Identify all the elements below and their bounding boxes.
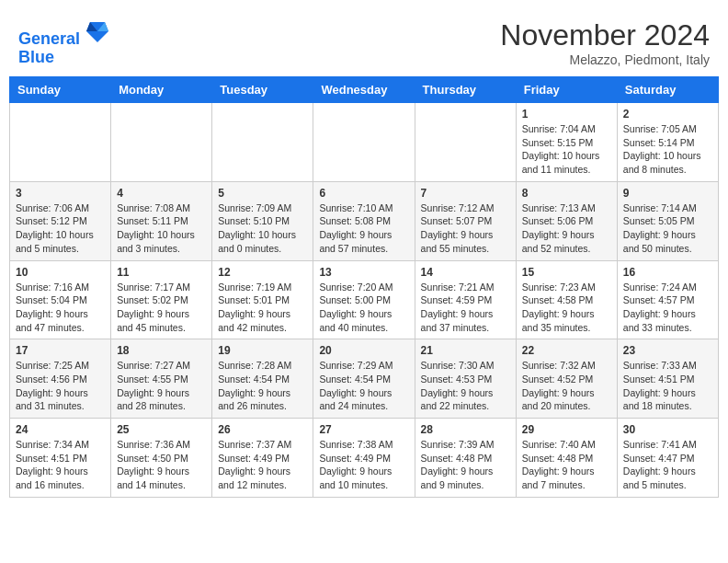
day-info: Sunrise: 7:19 AMSunset: 5:01 PMDaylight:… <box>218 281 307 335</box>
calendar-cell: 9Sunrise: 7:14 AMSunset: 5:05 PMDaylight… <box>617 181 718 260</box>
calendar-cell: 24Sunrise: 7:34 AMSunset: 4:51 PMDayligh… <box>10 419 111 498</box>
calendar-week-row: 17Sunrise: 7:25 AMSunset: 4:56 PMDayligh… <box>10 339 719 419</box>
day-info: Sunrise: 7:12 AMSunset: 5:07 PMDaylight:… <box>421 201 510 256</box>
logo-text: General <box>18 18 108 49</box>
calendar-cell <box>313 103 415 182</box>
calendar-week-row: 10Sunrise: 7:16 AMSunset: 5:04 PMDayligh… <box>10 260 719 339</box>
day-number: 16 <box>623 266 712 279</box>
day-info: Sunrise: 7:17 AMSunset: 5:02 PMDaylight:… <box>117 281 206 335</box>
day-number: 24 <box>16 423 105 436</box>
calendar-cell: 10Sunrise: 7:16 AMSunset: 5:04 PMDayligh… <box>10 260 111 339</box>
calendar-cell: 25Sunrise: 7:36 AMSunset: 4:50 PMDayligh… <box>111 419 212 498</box>
day-number: 13 <box>319 266 408 279</box>
title-block: November 2024 Melazzo, Piedmont, Italy <box>500 18 710 67</box>
calendar-cell: 12Sunrise: 7:19 AMSunset: 5:01 PMDayligh… <box>212 260 313 339</box>
day-info: Sunrise: 7:29 AMSunset: 4:54 PMDaylight:… <box>319 359 408 413</box>
calendar-cell: 1Sunrise: 7:04 AMSunset: 5:15 PMDaylight… <box>516 103 617 182</box>
calendar-cell: 4Sunrise: 7:08 AMSunset: 5:11 PMDaylight… <box>111 181 212 260</box>
day-number: 11 <box>117 266 206 279</box>
day-info: Sunrise: 7:05 AMSunset: 5:14 PMDaylight:… <box>623 122 712 177</box>
calendar-week-row: 3Sunrise: 7:06 AMSunset: 5:12 PMDaylight… <box>10 181 719 260</box>
day-info: Sunrise: 7:14 AMSunset: 5:05 PMDaylight:… <box>623 201 712 256</box>
day-info: Sunrise: 7:21 AMSunset: 4:59 PMDaylight:… <box>421 281 510 335</box>
day-number: 12 <box>218 266 307 279</box>
day-info: Sunrise: 7:28 AMSunset: 4:54 PMDaylight:… <box>218 359 307 413</box>
calendar-cell: 28Sunrise: 7:39 AMSunset: 4:48 PMDayligh… <box>415 419 516 498</box>
day-info: Sunrise: 7:24 AMSunset: 4:57 PMDaylight:… <box>623 281 712 335</box>
day-info: Sunrise: 7:16 AMSunset: 5:04 PMDaylight:… <box>16 281 105 335</box>
day-number: 20 <box>319 344 408 357</box>
day-number: 14 <box>421 266 510 279</box>
calendar-cell: 16Sunrise: 7:24 AMSunset: 4:57 PMDayligh… <box>617 260 718 339</box>
day-info: Sunrise: 7:32 AMSunset: 4:52 PMDaylight:… <box>522 359 611 413</box>
calendar-cell: 6Sunrise: 7:10 AMSunset: 5:08 PMDaylight… <box>313 181 415 260</box>
calendar-cell: 20Sunrise: 7:29 AMSunset: 4:54 PMDayligh… <box>313 339 415 419</box>
calendar-cell: 30Sunrise: 7:41 AMSunset: 4:47 PMDayligh… <box>617 419 718 498</box>
weekday-header: Wednesday <box>313 77 415 103</box>
weekday-header-row: SundayMondayTuesdayWednesdayThursdayFrid… <box>10 77 719 103</box>
calendar-cell: 14Sunrise: 7:21 AMSunset: 4:59 PMDayligh… <box>415 260 516 339</box>
day-number: 6 <box>319 187 408 200</box>
day-info: Sunrise: 7:04 AMSunset: 5:15 PMDaylight:… <box>522 122 611 177</box>
calendar-cell: 3Sunrise: 7:06 AMSunset: 5:12 PMDaylight… <box>10 181 111 260</box>
day-number: 3 <box>16 187 105 200</box>
day-number: 7 <box>421 187 510 200</box>
day-number: 23 <box>623 344 712 357</box>
calendar-cell: 26Sunrise: 7:37 AMSunset: 4:49 PMDayligh… <box>212 419 313 498</box>
day-info: Sunrise: 7:33 AMSunset: 4:51 PMDaylight:… <box>623 359 712 413</box>
page-header: General Blue November 2024 Melazzo, Pied… <box>9 9 719 72</box>
location: Melazzo, Piedmont, Italy <box>500 52 710 67</box>
calendar-week-row: 1Sunrise: 7:04 AMSunset: 5:15 PMDaylight… <box>10 103 719 182</box>
day-number: 9 <box>623 187 712 200</box>
calendar-cell <box>111 103 212 182</box>
weekday-header: Friday <box>516 77 617 103</box>
calendar-cell: 17Sunrise: 7:25 AMSunset: 4:56 PMDayligh… <box>10 339 111 419</box>
calendar-cell: 27Sunrise: 7:38 AMSunset: 4:49 PMDayligh… <box>313 419 415 498</box>
day-number: 27 <box>319 423 408 436</box>
calendar-cell: 15Sunrise: 7:23 AMSunset: 4:58 PMDayligh… <box>516 260 617 339</box>
day-number: 8 <box>522 187 611 200</box>
day-number: 17 <box>16 344 105 357</box>
calendar-cell: 11Sunrise: 7:17 AMSunset: 5:02 PMDayligh… <box>111 260 212 339</box>
day-number: 28 <box>421 423 510 436</box>
calendar-cell <box>212 103 313 182</box>
day-info: Sunrise: 7:37 AMSunset: 4:49 PMDaylight:… <box>218 438 307 492</box>
calendar-cell: 18Sunrise: 7:27 AMSunset: 4:55 PMDayligh… <box>111 339 212 419</box>
day-number: 19 <box>218 344 307 357</box>
calendar-cell <box>415 103 516 182</box>
weekday-header: Saturday <box>617 77 718 103</box>
calendar-cell: 23Sunrise: 7:33 AMSunset: 4:51 PMDayligh… <box>617 339 718 419</box>
day-info: Sunrise: 7:34 AMSunset: 4:51 PMDaylight:… <box>16 438 105 492</box>
calendar-week-row: 24Sunrise: 7:34 AMSunset: 4:51 PMDayligh… <box>10 419 719 498</box>
calendar-cell: 19Sunrise: 7:28 AMSunset: 4:54 PMDayligh… <box>212 339 313 419</box>
day-number: 22 <box>522 344 611 357</box>
calendar-cell: 2Sunrise: 7:05 AMSunset: 5:14 PMDaylight… <box>617 103 718 182</box>
day-info: Sunrise: 7:27 AMSunset: 4:55 PMDaylight:… <box>117 359 206 413</box>
day-info: Sunrise: 7:41 AMSunset: 4:47 PMDaylight:… <box>623 438 712 492</box>
day-info: Sunrise: 7:09 AMSunset: 5:10 PMDaylight:… <box>218 201 307 256</box>
day-number: 25 <box>117 423 206 436</box>
day-info: Sunrise: 7:23 AMSunset: 4:58 PMDaylight:… <box>522 281 611 335</box>
calendar-cell: 8Sunrise: 7:13 AMSunset: 5:06 PMDaylight… <box>516 181 617 260</box>
day-info: Sunrise: 7:39 AMSunset: 4:48 PMDaylight:… <box>421 438 510 492</box>
weekday-header: Sunday <box>10 77 111 103</box>
logo-icon <box>86 18 108 44</box>
day-number: 29 <box>522 423 611 436</box>
weekday-header: Thursday <box>415 77 516 103</box>
calendar-cell: 5Sunrise: 7:09 AMSunset: 5:10 PMDaylight… <box>212 181 313 260</box>
day-info: Sunrise: 7:20 AMSunset: 5:00 PMDaylight:… <box>319 281 408 335</box>
day-number: 18 <box>117 344 206 357</box>
month-title: November 2024 <box>500 18 710 52</box>
day-info: Sunrise: 7:10 AMSunset: 5:08 PMDaylight:… <box>319 201 408 256</box>
calendar-cell <box>10 103 111 182</box>
day-number: 30 <box>623 423 712 436</box>
day-info: Sunrise: 7:13 AMSunset: 5:06 PMDaylight:… <box>522 201 611 256</box>
calendar-cell: 29Sunrise: 7:40 AMSunset: 4:48 PMDayligh… <box>516 419 617 498</box>
day-info: Sunrise: 7:25 AMSunset: 4:56 PMDaylight:… <box>16 359 105 413</box>
calendar-table: SundayMondayTuesdayWednesdayThursdayFrid… <box>9 76 719 498</box>
day-number: 1 <box>522 108 611 121</box>
day-info: Sunrise: 7:40 AMSunset: 4:48 PMDaylight:… <box>522 438 611 492</box>
day-number: 26 <box>218 423 307 436</box>
logo-text-blue: Blue <box>18 49 108 67</box>
day-number: 21 <box>421 344 510 357</box>
